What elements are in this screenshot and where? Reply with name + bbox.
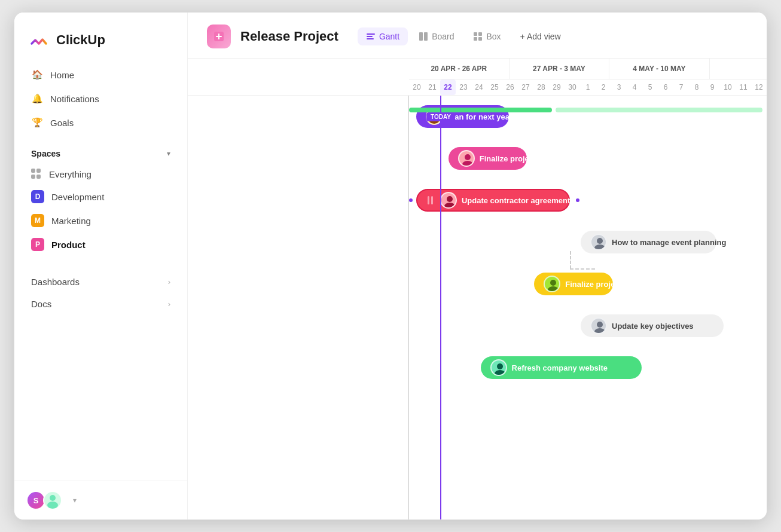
connector-vertical xyxy=(570,251,571,269)
docs-label: Docs xyxy=(31,299,51,309)
sidebar: ClickUp 🏠 Home 🔔 Notifications 🏆 Goals S… xyxy=(14,13,188,519)
svg-rect-11 xyxy=(478,37,482,41)
nav-home[interactable]: 🏠 Home xyxy=(24,63,178,87)
svg-rect-5 xyxy=(367,38,374,39)
grip-marks xyxy=(427,194,435,206)
sidebar-item-dashboards[interactable]: Dashboards › xyxy=(24,271,178,293)
day-25: 25 xyxy=(487,80,502,95)
grid-icon xyxy=(31,169,42,179)
user-area: S ▾ xyxy=(14,481,187,519)
avatar-user xyxy=(43,491,62,510)
project-icon xyxy=(207,25,231,48)
svg-rect-10 xyxy=(474,37,477,41)
day-2: 2 xyxy=(596,80,611,95)
tab-board[interactable]: Board xyxy=(410,27,462,45)
svg-rect-8 xyxy=(474,32,477,36)
bar-objectives-label: Update key objectives xyxy=(612,322,694,331)
grip-right xyxy=(575,197,581,203)
add-view-label: + Add view xyxy=(520,32,561,41)
grip-left xyxy=(409,197,414,203)
gantt-area: 20 APR - 26 APR 27 APR - 3 MAY 4 MAY - 1… xyxy=(188,59,767,519)
svg-point-23 xyxy=(594,244,605,250)
day-26: 26 xyxy=(502,80,518,95)
chevron-right-icon: › xyxy=(168,277,170,286)
day-10: 10 xyxy=(720,80,736,95)
add-view-button[interactable]: + Add view xyxy=(512,27,569,45)
svg-point-18 xyxy=(447,196,453,202)
bar-event[interactable]: How to manage event planning xyxy=(581,231,716,253)
tab-gantt[interactable]: Gantt xyxy=(358,27,408,45)
svg-point-25 xyxy=(548,286,559,292)
progress-bar-bg xyxy=(556,108,763,112)
day-29: 29 xyxy=(549,80,565,95)
nav-goals-label: Goals xyxy=(50,118,74,128)
tab-box[interactable]: Box xyxy=(465,27,509,45)
day-28: 28 xyxy=(533,80,549,95)
bar-finalize2-avatar xyxy=(544,276,560,292)
bar-finalize2-label: Finalize project scope xyxy=(565,280,646,289)
svg-rect-16 xyxy=(428,196,429,204)
svg-rect-7 xyxy=(424,32,428,41)
home-icon: 🏠 xyxy=(31,69,43,81)
day-24: 24 xyxy=(471,80,487,95)
task-panel xyxy=(188,96,409,519)
bar-contractor-label: Update contractor agreement xyxy=(462,196,570,205)
today-badge: TODAY xyxy=(426,112,455,121)
week-label-2: 27 APR - 3 MAY xyxy=(510,59,610,79)
svg-point-15 xyxy=(462,161,473,167)
sidebar-item-docs[interactable]: Docs › xyxy=(24,293,178,315)
sidebar-item-marketing-label: Marketing xyxy=(51,216,91,226)
bar-website-label: Refresh company website xyxy=(512,363,608,372)
gantt-row-contractor: Update contractor agreement xyxy=(409,179,767,221)
avatar-stack: S xyxy=(26,491,62,510)
nav-goals[interactable]: 🏆 Goals xyxy=(24,111,178,134)
bar-event-label: How to manage event planning xyxy=(612,238,726,247)
week-labels: 20 APR - 26 APR 27 APR - 3 MAY 4 MAY - 1… xyxy=(409,59,767,80)
sidebar-item-development[interactable]: D Development xyxy=(24,185,178,209)
sidebar-item-marketing[interactable]: M Marketing xyxy=(24,209,178,233)
tab-gantt-label: Gantt xyxy=(379,32,399,41)
day-7: 7 xyxy=(673,80,689,95)
nav-notifications-label: Notifications xyxy=(50,94,99,104)
day-30: 30 xyxy=(565,80,580,95)
timeline-header: 20 APR - 26 APR 27 APR - 3 MAY 4 MAY - 1… xyxy=(409,59,767,95)
tab-box-label: Box xyxy=(486,32,501,41)
bar-finalize1-avatar xyxy=(458,150,475,167)
spaces-header: Spaces ▾ xyxy=(24,146,178,161)
bar-event-avatar xyxy=(590,234,607,250)
bar-contractor[interactable]: Update contractor agreement xyxy=(416,189,570,212)
gantt-header: 20 APR - 26 APR 27 APR - 3 MAY 4 MAY - 1… xyxy=(188,59,767,96)
gantt-icon xyxy=(366,32,376,41)
board-icon xyxy=(419,32,428,41)
progress-bar-filled xyxy=(409,108,552,112)
svg-rect-6 xyxy=(419,32,423,41)
svg-rect-4 xyxy=(367,36,373,37)
day-6: 6 xyxy=(658,80,673,95)
chevron-down-icon[interactable]: ▾ xyxy=(167,149,170,158)
day-12: 12 xyxy=(751,80,767,95)
bar-finalize2[interactable]: Finalize project scope xyxy=(534,273,613,295)
gantt-row-finalize1: Finalize project scope xyxy=(409,137,767,179)
user-dropdown-icon[interactable]: ▾ xyxy=(73,496,77,505)
svg-point-1 xyxy=(47,502,58,509)
day-27: 27 xyxy=(518,80,533,95)
bar-website[interactable]: Refresh company website xyxy=(481,356,642,379)
development-icon: D xyxy=(31,190,44,203)
marketing-icon: M xyxy=(31,214,44,227)
dashboards-label: Dashboards xyxy=(31,277,80,287)
trophy-icon: 🏆 xyxy=(31,117,43,129)
svg-rect-17 xyxy=(431,196,433,204)
bar-objectives[interactable]: Update key objectives xyxy=(581,314,724,337)
day-21: 21 xyxy=(425,80,440,95)
svg-rect-20 xyxy=(571,196,572,204)
sidebar-item-everything[interactable]: Everything xyxy=(24,163,178,185)
box-icon xyxy=(473,32,483,41)
nav-notifications[interactable]: 🔔 Notifications xyxy=(24,87,178,111)
bar-finalize1[interactable]: Finalize project scope xyxy=(449,147,527,170)
bar-website-avatar xyxy=(490,359,507,376)
svg-point-19 xyxy=(444,203,455,209)
sidebar-item-product[interactable]: P Product xyxy=(24,233,178,256)
gantt-row-objectives: Update key objectives xyxy=(409,305,767,347)
svg-point-22 xyxy=(597,238,603,244)
sidebar-item-development-label: Development xyxy=(51,192,104,202)
